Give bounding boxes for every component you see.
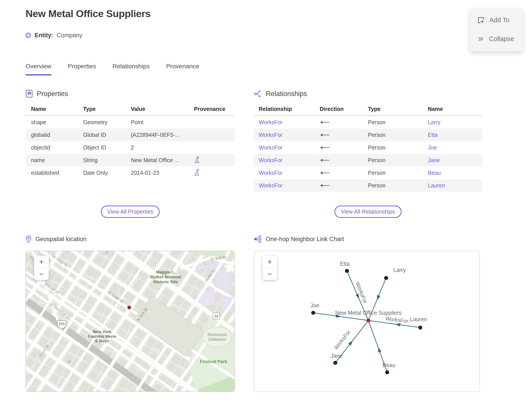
entity-link[interactable]: Beau	[428, 170, 482, 176]
properties-table-header: NameTypeValueProvenance	[26, 106, 235, 116]
chart-zoom-out-button[interactable]: −	[262, 268, 277, 280]
relationship-link[interactable]: WorksFor	[259, 144, 320, 151]
graph-node-label: Lauren	[410, 316, 427, 322]
entity-type-icon	[26, 33, 31, 38]
property-row: objectidObject ID2	[26, 141, 235, 154]
relationship-type: Person	[368, 144, 428, 151]
entity-link[interactable]: Joe	[428, 144, 482, 151]
provenance-flag-icon[interactable]	[194, 169, 200, 176]
entity-link[interactable]: Etta	[428, 132, 482, 138]
relationships-table-header: RelationshipDirectionTypeName	[254, 106, 482, 116]
direction-cell	[320, 144, 368, 151]
geospatial-title: Geospatial location	[35, 236, 86, 243]
view-all-properties-button[interactable]: View All Properties	[101, 206, 160, 218]
property-value: New Metal Office ...	[131, 157, 194, 163]
property-value: {A228944F-0EF5-...	[131, 132, 194, 138]
entity-link[interactable]: Lauren	[428, 182, 482, 189]
relationships-title: Relationships	[266, 90, 307, 98]
svg-text:Coliseum: Coliseum	[208, 337, 226, 342]
graph-center-node[interactable]	[366, 318, 370, 323]
map-zoom-in-button[interactable]: +	[34, 256, 49, 268]
add-to-icon	[478, 17, 485, 24]
direction-cell	[320, 182, 368, 189]
tab-relationships[interactable]: Relationships	[112, 63, 150, 75]
linkchart-title: One-hop Neighbor Link Chart	[266, 236, 344, 243]
entity-overview-page: New Metal Office Suppliers Entity: Compa…	[0, 0, 532, 405]
graph-node[interactable]	[311, 311, 315, 315]
relationships-section-header: Relationships	[254, 90, 482, 98]
property-name: established	[31, 170, 83, 176]
relationship-row: WorksFor PersonJoe	[254, 141, 482, 154]
collapse-icon	[478, 36, 484, 42]
graph-node-label: Larry	[393, 267, 406, 273]
graph-node[interactable]	[385, 370, 389, 374]
relationships-icon	[254, 90, 262, 98]
add-to-label: Add To	[489, 16, 509, 24]
column-header: Value	[131, 106, 194, 112]
tab-properties[interactable]: Properties	[68, 63, 96, 75]
entity-type-value: Company	[57, 32, 82, 39]
property-type: Object ID	[83, 144, 131, 151]
relationship-type: Person	[368, 157, 428, 163]
relationship-link[interactable]: WorksFor	[259, 170, 320, 176]
edge-label: WorksFor	[385, 315, 409, 324]
map-pin-icon	[26, 235, 32, 243]
property-type: Geometry	[83, 119, 131, 126]
entity-type-row: Entity: Company	[26, 32, 532, 39]
tab-bar: OverviewPropertiesRelationshipsProvenanc…	[26, 63, 532, 75]
relationship-type: Person	[368, 182, 428, 189]
properties-table: NameTypeValueProvenanceshapeGeometryPoin…	[26, 106, 235, 192]
direction-left-arrow-icon	[320, 146, 330, 149]
graph-edge-arrow	[376, 346, 381, 352]
property-provenance-cell	[194, 169, 235, 177]
relationship-link[interactable]: WorksFor	[259, 132, 320, 138]
svg-text:Richmond: Richmond	[208, 332, 226, 337]
property-row: nameStringNew Metal Office ...	[26, 154, 235, 167]
location-marker	[127, 306, 131, 309]
map-zoom-out-button[interactable]: −	[34, 268, 49, 280]
property-type: Global ID	[83, 132, 131, 138]
relationship-link[interactable]: WorksFor	[259, 157, 320, 163]
properties-title: Properties	[37, 90, 68, 98]
graph-node[interactable]	[418, 326, 422, 330]
direction-left-arrow-icon	[320, 133, 330, 137]
add-to-button[interactable]: Add To	[478, 16, 523, 24]
property-value: 2014-01-23	[131, 170, 194, 176]
tab-overview[interactable]: Overview	[26, 63, 51, 75]
entity-link[interactable]: Jane	[428, 157, 482, 163]
edge-label: WorksFor	[333, 329, 352, 351]
tab-provenance[interactable]: Provenance	[166, 63, 199, 75]
relationship-row: WorksFor PersonLauren	[254, 179, 482, 192]
column-header: Name	[428, 106, 482, 112]
relationship-row: WorksFor PersonEtta	[254, 129, 482, 141]
page-title: New Metal Office Suppliers	[26, 8, 532, 20]
relationship-link[interactable]: WorksFor	[259, 119, 320, 126]
relationship-type: Person	[368, 132, 428, 138]
route-33-shield: 33	[213, 313, 220, 319]
property-type: String	[83, 157, 131, 163]
relationships-table: RelationshipDirectionTypeNameWorksFor Pe…	[254, 106, 482, 192]
direction-left-arrow-icon	[320, 158, 330, 162]
chart-zoom-in-button[interactable]: +	[262, 256, 277, 268]
provenance-flag-icon[interactable]	[194, 156, 200, 163]
property-value: 2	[131, 144, 194, 151]
map-canvas[interactable]: W Clay St E Clay St W Marshall St arshal…	[26, 251, 234, 392]
graph-node-label: Beau	[383, 362, 395, 368]
view-all-relationships-button[interactable]: View All Relationships	[334, 206, 401, 218]
collapse-button[interactable]: Collapse	[478, 35, 523, 43]
link-chart-canvas[interactable]: WorksForWorksForWorksForNew Metal Office…	[254, 251, 479, 392]
entity-link[interactable]: Larry	[428, 119, 482, 126]
graph-node-label: Joe	[310, 302, 319, 309]
property-name: name	[31, 157, 83, 163]
svg-text:250: 250	[59, 322, 65, 326]
entity-label: Entity:	[35, 32, 53, 39]
graph-node[interactable]	[333, 361, 337, 365]
relationship-link[interactable]: WorksFor	[259, 182, 320, 189]
svg-text:New York: New York	[93, 329, 112, 334]
relationship-type: Person	[368, 170, 428, 176]
chart-zoom-control: + −	[262, 256, 277, 280]
svg-text:Fashion Mens: Fashion Mens	[88, 334, 116, 339]
property-name: objectid	[31, 144, 83, 151]
graph-node[interactable]	[345, 269, 349, 273]
graph-node[interactable]	[384, 276, 388, 280]
